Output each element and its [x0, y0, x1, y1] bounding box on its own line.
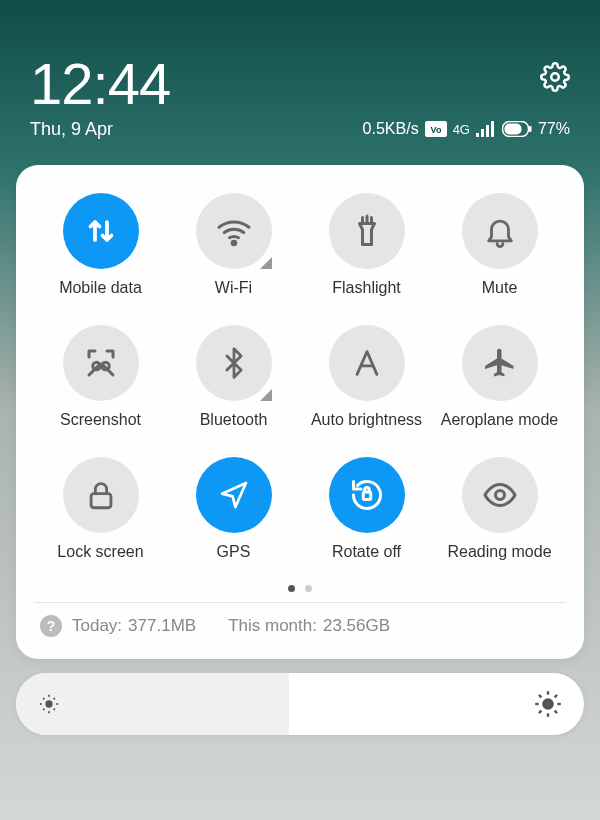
tile-rotate-lock[interactable]: Rotate off — [300, 457, 433, 561]
rotate-lock-icon — [329, 457, 405, 533]
tile-label: GPS — [217, 543, 251, 561]
page-dot — [305, 585, 312, 592]
volte-icon: Vo — [425, 121, 447, 137]
lock-icon — [63, 457, 139, 533]
help-icon: ? — [40, 615, 62, 637]
tile-data-arrows[interactable]: Mobile data — [34, 193, 167, 297]
svg-line-39 — [555, 695, 557, 697]
tile-label: Mobile data — [59, 279, 142, 297]
bluetooth-icon — [196, 325, 272, 401]
svg-line-30 — [54, 698, 55, 699]
bell-icon — [462, 193, 538, 269]
tile-label: Screenshot — [60, 411, 141, 429]
usage-month-label: This month: — [228, 616, 317, 636]
settings-button[interactable] — [540, 62, 570, 96]
tile-label: Wi-Fi — [215, 279, 252, 297]
wifi-icon — [196, 193, 272, 269]
svg-line-37 — [555, 711, 557, 713]
tile-location[interactable]: GPS — [167, 457, 300, 561]
svg-line-38 — [539, 711, 541, 713]
location-icon — [196, 457, 272, 533]
data-usage-row[interactable]: ? Today: 377.1MB This month: 23.56GB — [34, 613, 566, 645]
tile-flashlight[interactable]: Flashlight — [300, 193, 433, 297]
svg-rect-19 — [91, 494, 111, 508]
sun-high-icon — [534, 690, 562, 718]
net-type: 4G — [453, 123, 470, 136]
quick-settings-panel: Mobile dataWi-FiFlashlightMuteScreenshot… — [16, 165, 584, 659]
eye-icon — [462, 457, 538, 533]
screenshot-icon — [63, 325, 139, 401]
page-dot — [288, 585, 295, 592]
tile-wifi[interactable]: Wi-Fi — [167, 193, 300, 297]
signal-icon — [476, 121, 496, 137]
tile-label: Aeroplane mode — [441, 411, 558, 429]
tile-label: Auto brightness — [311, 411, 422, 429]
airplane-icon — [462, 325, 538, 401]
tile-screenshot[interactable]: Screenshot — [34, 325, 167, 429]
tile-lock[interactable]: Lock screen — [34, 457, 167, 561]
tile-label: Bluetooth — [200, 411, 268, 429]
tile-bell[interactable]: Mute — [433, 193, 566, 297]
page-indicator[interactable] — [34, 585, 566, 592]
battery-percent: 77% — [538, 120, 570, 138]
svg-line-36 — [539, 695, 541, 697]
tile-label: Reading mode — [447, 543, 551, 561]
svg-point-22 — [45, 700, 52, 707]
svg-rect-9 — [529, 126, 532, 132]
svg-rect-4 — [481, 129, 484, 137]
clock-time: 12:44 — [30, 50, 170, 117]
tile-label: Mute — [482, 279, 518, 297]
divider — [34, 602, 566, 603]
svg-point-10 — [232, 241, 236, 245]
sun-low-icon — [38, 693, 60, 715]
tile-bluetooth[interactable]: Bluetooth — [167, 325, 300, 429]
svg-rect-3 — [476, 133, 479, 137]
tile-letter-a[interactable]: Auto brightness — [300, 325, 433, 429]
date-text: Thu, 9 Apr — [30, 119, 170, 140]
svg-rect-5 — [486, 125, 489, 137]
svg-rect-8 — [504, 124, 521, 135]
expand-indicator — [260, 389, 272, 401]
tile-eye[interactable]: Reading mode — [433, 457, 566, 561]
data-arrows-icon — [63, 193, 139, 269]
svg-point-31 — [542, 698, 554, 710]
tile-airplane[interactable]: Aeroplane mode — [433, 325, 566, 429]
tile-label: Flashlight — [332, 279, 400, 297]
brightness-slider[interactable] — [16, 673, 584, 735]
gear-icon — [540, 62, 570, 92]
svg-rect-6 — [491, 121, 494, 137]
notification-header: 12:44 Thu, 9 Apr 0.5KB/s Vo 4G 77% — [0, 0, 600, 153]
svg-line-28 — [54, 709, 55, 710]
tile-label: Rotate off — [332, 543, 401, 561]
svg-text:Vo: Vo — [430, 125, 441, 135]
svg-line-29 — [43, 709, 44, 710]
svg-point-21 — [495, 491, 504, 500]
expand-indicator — [260, 257, 272, 269]
usage-today-label: Today: — [72, 616, 122, 636]
usage-today-value: 377.1MB — [128, 616, 196, 636]
letter-a-icon — [329, 325, 405, 401]
usage-month-value: 23.56GB — [323, 616, 390, 636]
flashlight-icon — [329, 193, 405, 269]
svg-point-0 — [551, 73, 559, 81]
tile-label: Lock screen — [57, 543, 143, 561]
battery-icon — [502, 121, 532, 137]
svg-line-27 — [43, 698, 44, 699]
net-speed: 0.5KB/s — [363, 120, 419, 138]
